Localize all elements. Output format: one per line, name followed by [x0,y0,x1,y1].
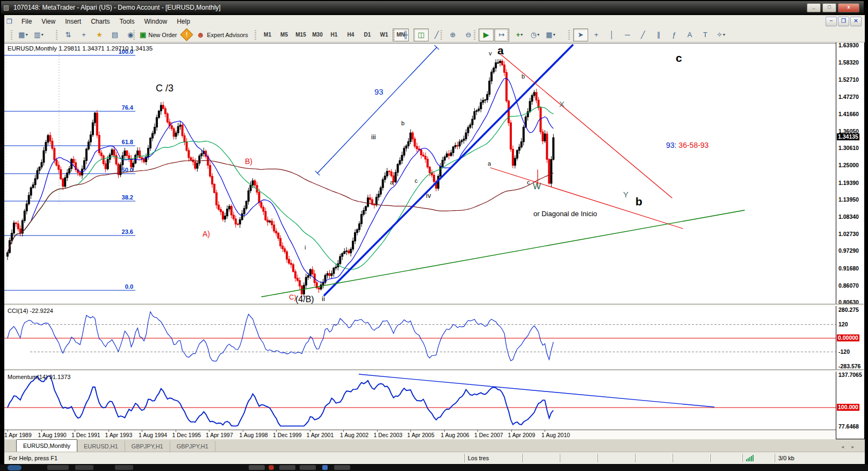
taskbar-item[interactable] [115,465,133,470]
candle [406,146,407,148]
candle [224,216,226,219]
title-bar[interactable]: ▨ 1070148: MetaTrader - Alpari (US) - De… [1,1,864,14]
panel-splitter[interactable] [4,304,864,306]
candle [58,165,60,169]
candle [355,232,356,241]
menu-help[interactable]: Help [172,16,195,27]
candlestick-chart-button[interactable]: ◫ [414,28,429,41]
new-chart-button[interactable]: ▦▾ [16,28,31,41]
candle [228,206,230,209]
candle [382,180,384,188]
chart-tab-gbpjpy-h1[interactable]: GBPJPY,H1 [125,441,170,452]
candle [90,135,91,142]
candle [546,134,548,160]
taskbar-item[interactable] [249,465,265,470]
candle [397,164,399,172]
label-button[interactable]: T [698,28,713,41]
vertical-line-button[interactable]: │ [604,28,619,41]
date-axis-label: 1 Apr 2005 [407,432,435,438]
chart-tab-gbpjpy-h1[interactable]: GBPJPY,H1 [170,441,215,452]
new-order-button[interactable]: ▣New Order [138,28,178,41]
candle [514,158,516,165]
candle [111,150,113,155]
warning-icon: ! [180,28,193,41]
trendline [490,168,683,229]
timeframe-h4[interactable]: H4 [343,28,359,41]
alert-button[interactable]: ! [179,28,194,41]
candle [252,181,254,185]
menu-file[interactable]: File [17,16,37,27]
mdi-restore-button[interactable]: ❐ [838,17,849,26]
fibonacci-button[interactable]: ƒ [667,28,682,41]
timeframe-w1[interactable]: W1 [376,28,392,41]
main-chart-plot[interactable]: 100.076.461.850.038.223.60.0 [4,43,836,304]
menu-tools[interactable]: Tools [115,16,140,27]
chart-tab-eurusd-monthly[interactable]: EURUSD,Monthly [16,439,77,452]
text-button[interactable]: A [682,28,697,41]
timeframe-m15[interactable]: M15 [293,28,309,41]
candle [92,123,93,135]
close-button[interactable]: x [838,3,859,12]
profiles-button[interactable]: ▥▾ [31,28,46,41]
timeframe-m15-icon: M15 [295,32,306,38]
timeframe-m30[interactable]: M30 [309,28,326,41]
toolbar-grip [11,30,12,40]
crosshair-button[interactable]: + [589,28,604,41]
taskbar-item[interactable] [334,465,350,470]
channel-button[interactable]: ∥ [651,28,666,41]
price-scale[interactable]: 1.639301.583201.527101.472701.416601.360… [836,42,864,439]
taskbar-item[interactable] [47,465,69,470]
candle [107,159,108,169]
bar-chart-button[interactable]: ╫ [398,28,413,41]
date-axis[interactable]: 1 Apr 19891 Aug 19901 Dec 19911 Apr 1993… [4,430,836,439]
timeframe-d1[interactable]: D1 [359,28,375,41]
candle [542,132,544,141]
menu-insert[interactable]: Insert [60,16,86,27]
timeframe-m1[interactable]: M1 [259,28,276,41]
candle [73,159,75,162]
tab-scroll-arrows[interactable]: ◂ ▸ [841,444,857,449]
arrows-button[interactable]: ✧▾ [713,28,728,41]
templates-button[interactable]: ▦▾ [543,28,558,41]
price-scale-label: 1.19390 [838,180,859,186]
expert-advisors-button[interactable]: ☻Expert Advisors [194,28,249,41]
cci-plot[interactable] [4,305,836,369]
periods-button[interactable]: ◷▾ [527,28,542,41]
menu-window[interactable]: Window [140,16,172,27]
maximize-button[interactable]: □ [822,3,836,12]
horizontal-line-button[interactable]: ─ [620,28,635,41]
indicators-button[interactable]: +▾ [512,28,527,41]
navigator-button[interactable]: + [76,28,91,41]
favorites-button[interactable]: ★ [92,28,107,41]
taskbar-item[interactable] [322,465,328,470]
candle [386,172,388,176]
date-axis-label: 1 Dec 1991 [71,432,100,438]
mdi-minimize-button[interactable]: – [826,17,837,26]
timeframe-h1[interactable]: H1 [326,28,342,41]
momentum-plot[interactable] [4,371,836,429]
candle [518,147,520,150]
candle [520,142,522,147]
panel-splitter[interactable] [4,369,864,372]
menu-view[interactable]: View [37,16,60,27]
taskbar-item[interactable] [269,465,274,470]
menu-charts[interactable]: Charts [86,16,114,27]
traffic-kb-label: 3/0 kb [775,454,812,462]
taskbar-item[interactable] [279,465,295,470]
cursor-button[interactable]: ➤ [573,28,588,41]
mdi-close-button[interactable]: ✕ [850,17,862,26]
windows-taskbar[interactable] [0,465,868,471]
timeframe-m5[interactable]: M5 [276,28,292,41]
zoom-in-button[interactable]: ⊕ [445,28,460,41]
taskbar-item[interactable] [8,465,21,470]
minimize-button[interactable]: _ [807,3,821,12]
trendline-button[interactable]: ╱ [635,28,650,41]
taskbar-item[interactable] [300,465,316,470]
auto-scroll-button[interactable]: ▶ [479,28,494,41]
taskbar-item[interactable] [75,465,93,470]
date-axis-label: 1 Apr 1993 [105,432,133,438]
candle [239,220,241,224]
data-window-button[interactable]: ▤ [107,28,122,41]
chart-tab-eurusd-h1[interactable]: EURUSD,H1 [77,441,125,452]
market-watch-button[interactable]: ⇅ [61,28,76,41]
